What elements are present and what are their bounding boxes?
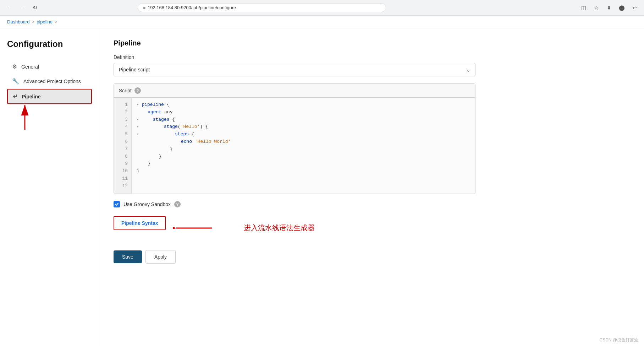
main-layout: Configuration ⚙ General 🔧 Advanced Proje…: [0, 28, 644, 346]
sidebar: Configuration ⚙ General 🔧 Advanced Proje…: [0, 28, 99, 346]
section-title: Pipeline: [114, 39, 475, 47]
script-container: Script ? 1 2 3 4 5 6 7 8 9 10: [114, 83, 475, 194]
definition-select[interactable]: Pipeline script Pipeline script from SCM: [114, 63, 475, 76]
breadcrumb-dashboard[interactable]: Dashboard: [7, 19, 30, 25]
breadcrumb: Dashboard > pipeline >: [0, 16, 644, 28]
wrench-icon: 🔧: [12, 78, 19, 85]
forward-button[interactable]: →: [17, 3, 27, 13]
watermark: CSDN @摸鱼打酱油: [599, 337, 638, 343]
sidebar-label-general: General: [21, 64, 39, 70]
menu-icon[interactable]: ↩: [630, 3, 640, 13]
sidebar-label-advanced: Advanced Project Options: [23, 79, 81, 84]
definition-label: Definition: [114, 54, 475, 60]
save-button[interactable]: Save: [114, 250, 142, 263]
pipeline-syntax-button[interactable]: Pipeline Syntax: [114, 216, 166, 230]
address-bar: ■ 192.168.184.80:9200/job/pipeline/confi…: [138, 3, 386, 12]
line-numbers: 1 2 3 4 5 6 7 8 9 10 11 12: [114, 98, 132, 194]
breadcrumb-sep-2: >: [55, 19, 57, 25]
back-button[interactable]: ←: [4, 3, 14, 13]
browser-toolbar-right: ◫ ☆ ⬇ ⬤ ↩: [579, 3, 640, 13]
btn-row: Save Apply: [114, 250, 475, 264]
script-help-icon[interactable]: ?: [134, 87, 141, 94]
sidebar-title: Configuration: [7, 39, 92, 49]
definition-select-wrapper: Pipeline script Pipeline script from SCM…: [114, 63, 475, 76]
browser-chrome: ← → ↻ ■ 192.168.184.80:9200/job/pipeline…: [0, 0, 644, 16]
extensions-icon[interactable]: ◫: [579, 3, 589, 13]
content-area: Pipeline Definition Pipeline script Pipe…: [99, 28, 490, 346]
script-label: Script: [119, 88, 132, 93]
breadcrumb-pipeline[interactable]: pipeline: [37, 19, 53, 25]
pipeline-icon: ↵: [13, 93, 17, 100]
security-icon: ■: [143, 5, 145, 10]
profile-icon[interactable]: ⬤: [617, 3, 627, 13]
apply-button[interactable]: Apply: [145, 250, 176, 264]
code-content[interactable]: ▾ pipeline { agent any▾ stages {▾ stage(…: [132, 98, 475, 194]
script-header: Script ?: [114, 84, 475, 98]
bookmark-icon[interactable]: ☆: [591, 3, 601, 13]
breadcrumb-sep-1: >: [32, 19, 35, 25]
sidebar-arrow-svg: [11, 101, 53, 137]
sidebar-item-advanced[interactable]: 🔧 Advanced Project Options: [7, 74, 92, 88]
url-text: 192.168.184.80:9200/job/pipeline/configu…: [148, 5, 236, 10]
pipeline-syntax-row: Pipeline Syntax 进入流水线语法生成器: [114, 216, 475, 240]
syntax-arrow-svg: [173, 221, 215, 235]
reload-button[interactable]: ↻: [30, 3, 40, 13]
gear-icon: ⚙: [12, 63, 17, 70]
sidebar-label-pipeline: Pipeline: [22, 94, 41, 99]
groovy-help-icon[interactable]: ?: [174, 201, 181, 207]
groovy-sandbox-row: Use Groovy Sandbox ?: [114, 201, 475, 207]
groovy-sandbox-checkbox[interactable]: [114, 201, 120, 207]
code-editor[interactable]: 1 2 3 4 5 6 7 8 9 10 11 12 ▾ pipeline { …: [114, 98, 475, 194]
groovy-sandbox-label: Use Groovy Sandbox: [123, 201, 171, 207]
annotation-text: 进入流水线语法生成器: [244, 223, 315, 233]
sidebar-item-general[interactable]: ⚙ General: [7, 60, 92, 74]
download-icon[interactable]: ⬇: [604, 3, 614, 13]
